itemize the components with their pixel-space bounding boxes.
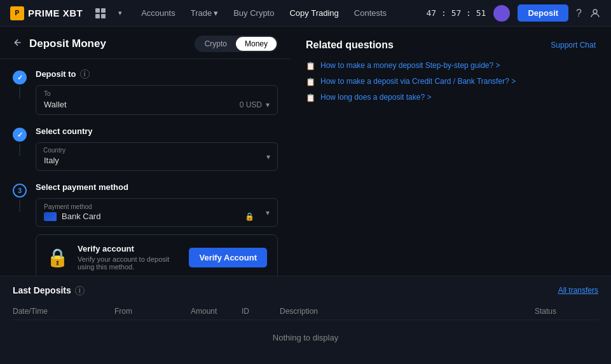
faq-bullet-1: 📋	[306, 78, 315, 86]
payment-field-label: Payment method	[44, 203, 92, 210]
step-1-info[interactable]: i	[80, 69, 90, 79]
payment-method-field[interactable]: Payment method Bank Card 🔒	[36, 198, 278, 227]
nav-right: 47 : 57 : 51 Deposit ?	[427, 4, 601, 22]
step-1-label: Deposit to i	[36, 69, 278, 79]
topnav: P PRIME XBT ▾ Accounts Trade ▾ Buy Crypt…	[0, 0, 611, 27]
step-1-field-value: Wallet 0 USD ▾	[36, 86, 277, 114]
right-panel: Related questions Support Chat 📋 How to …	[291, 27, 611, 276]
toggle-money[interactable]: Money	[236, 37, 277, 51]
payment-field-value: Bank Card	[62, 212, 240, 221]
last-deposits-section: Last Deposits i All transfers Date/Time …	[0, 276, 611, 364]
page-header: Deposit Money Crypto Money	[0, 27, 291, 59]
faq-item-0[interactable]: 📋 How to make a money deposit Step-by-st…	[306, 61, 596, 71]
payment-field-arrow	[266, 208, 270, 217]
country-select[interactable]: Italy	[36, 142, 278, 171]
step-2-content: Select country Country Italy	[36, 126, 278, 182]
col-status: Status	[535, 307, 598, 316]
step-2-label: Select country	[36, 126, 278, 136]
step-3-indicator: 3	[13, 182, 27, 214]
faq-bullet-0: 📋	[306, 62, 315, 71]
verify-account-button[interactable]: Verify Account	[189, 248, 267, 267]
deposit-area: Deposit Money Crypto Money ✓	[0, 27, 291, 276]
page-header-left: Deposit Money	[13, 37, 106, 50]
deposit-toggle: Crypto Money	[195, 36, 278, 52]
verify-lock-icon: 🔒	[46, 247, 69, 268]
nav-grid-arrow[interactable]: ▾	[118, 9, 122, 17]
step-1-field-right: 0 USD ▾	[240, 100, 270, 109]
step-1-field-label: To	[44, 90, 51, 97]
step-3-circle: 3	[13, 184, 27, 198]
nav-item-accounts[interactable]: Accounts	[135, 4, 181, 22]
faq-bullet-2: 📋	[306, 93, 315, 102]
verify-card: 🔒 Verify account Verify your account to …	[36, 234, 278, 276]
table-empty-message: Nothing to display	[13, 320, 598, 355]
brand-icon-text: P	[15, 10, 19, 17]
step-1-circle: ✓	[13, 71, 27, 84]
step-1-content: Deposit to i To Wallet 0 USD ▾	[36, 69, 278, 126]
related-title: Related questions	[306, 39, 394, 51]
step-1: ✓ Deposit to i To Wallet	[13, 69, 278, 126]
col-id: ID	[242, 307, 280, 316]
svg-point-0	[593, 10, 597, 13]
page-wrapper: P PRIME XBT ▾ Accounts Trade ▾ Buy Crypt…	[0, 0, 611, 364]
table-header: Date/Time From Amount ID Description Sta…	[13, 303, 598, 320]
verify-text: Verify account Verify your account to de…	[78, 244, 180, 271]
faq-item-2[interactable]: 📋 How long does a deposit take? >	[306, 93, 596, 102]
step-3: 3 Select payment method Payment method B…	[13, 182, 278, 276]
col-description: Description	[280, 307, 535, 316]
brand-icon: P	[10, 6, 24, 20]
step-2-select-wrapper: Country Italy	[36, 142, 278, 171]
faq-text-0: How to make a money deposit Step-by-step…	[320, 61, 500, 70]
help-icon[interactable]: ?	[576, 8, 582, 19]
user-icon[interactable]	[589, 8, 601, 19]
content-area: Deposit Money Crypto Money ✓	[0, 27, 611, 276]
toggle-crypto[interactable]: Crypto	[196, 37, 236, 51]
step-2-circle: ✓	[13, 128, 27, 142]
timer: 47 : 57 : 51	[427, 8, 486, 18]
nav-item-copy-trading[interactable]: Copy Trading	[283, 4, 345, 22]
step-2-line	[19, 144, 20, 156]
step-1-field[interactable]: To Wallet 0 USD ▾	[36, 85, 278, 115]
col-datetime: Date/Time	[13, 307, 114, 316]
step-1-line	[19, 86, 20, 99]
step-1-chevron: ▾	[266, 100, 270, 109]
nav-item-buy-crypto[interactable]: Buy Crypto	[227, 4, 280, 22]
step-1-indicator: ✓	[13, 69, 27, 101]
support-chat-link[interactable]: Support Chat	[551, 41, 596, 50]
step-2: ✓ Select country Country Italy	[13, 126, 278, 182]
verify-title: Verify account	[78, 244, 180, 253]
step-3-line	[19, 199, 20, 212]
faq-text-1: How to make a deposit via Credit Card / …	[320, 77, 516, 86]
col-from: From	[114, 307, 191, 316]
col-amount: Amount	[191, 307, 242, 316]
steps-container: ✓ Deposit to i To Wallet	[0, 59, 291, 276]
all-transfers-link[interactable]: All transfers	[558, 286, 598, 295]
bank-card-icon	[44, 212, 57, 221]
verify-subtitle: Verify your account to deposit using thi…	[78, 255, 180, 271]
faq-list: 📋 How to make a money deposit Step-by-st…	[306, 61, 596, 102]
last-deposits-title: Last Deposits i	[13, 285, 85, 295]
brand-logo: P PRIME XBT	[10, 6, 83, 20]
step-2-indicator: ✓	[13, 126, 27, 158]
step-3-label: Select payment method	[36, 182, 278, 192]
nav-item-contests[interactable]: Contests	[348, 4, 393, 22]
payment-lock-icon: 🔒	[245, 212, 254, 221]
trade-chevron: ▾	[214, 8, 218, 18]
grid-menu-icon[interactable]	[95, 8, 106, 18]
nav-item-trade[interactable]: Trade ▾	[184, 4, 224, 22]
avatar[interactable]	[493, 5, 510, 22]
related-header: Related questions Support Chat	[306, 39, 596, 51]
back-button[interactable]	[13, 37, 23, 50]
last-deposits-header: Last Deposits i All transfers	[13, 285, 598, 295]
last-deposits-info[interactable]: i	[75, 286, 85, 295]
nav-items: Accounts Trade ▾ Buy Crypto Copy Trading…	[135, 4, 413, 22]
faq-text-2: How long does a deposit take? >	[320, 93, 431, 102]
top-deposit-button[interactable]: Deposit	[518, 4, 568, 22]
brand-name: PRIME XBT	[28, 8, 83, 18]
faq-item-1[interactable]: 📋 How to make a deposit via Credit Card …	[306, 77, 596, 86]
page-title: Deposit Money	[29, 37, 106, 50]
step-3-content: Select payment method Payment method Ban…	[36, 182, 278, 276]
